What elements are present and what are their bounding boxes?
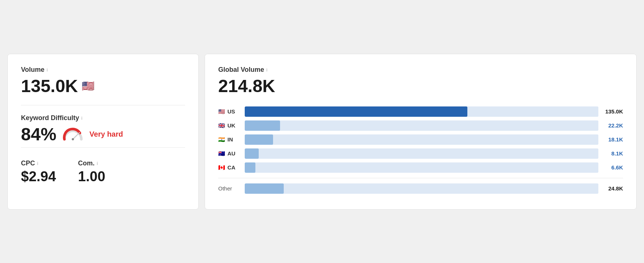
bar-fill-in [245, 134, 273, 145]
main-container: Volume i 135.0K 🇺🇸 Keyword Difficulty i … [7, 54, 637, 210]
gauge-icon [62, 127, 84, 141]
svg-point-1 [72, 138, 74, 140]
divider-1 [21, 105, 185, 105]
kd-value-row: 84% Very hard [21, 124, 185, 144]
flag-us: 🇺🇸 [218, 108, 225, 115]
bar-fill-ca [245, 162, 255, 173]
volume-value-row: 135.0K 🇺🇸 [21, 76, 185, 96]
flag-uk: 🇬🇧 [218, 122, 225, 129]
kd-descriptor: Very hard [89, 130, 123, 138]
country-label-au: 🇦🇺 AU [218, 150, 240, 157]
other-bar-fill [245, 183, 284, 194]
bar-track-us [245, 106, 598, 117]
volume-label: Volume [21, 66, 45, 74]
country-row-au: 🇦🇺 AU 8.1K [218, 148, 623, 159]
cpc-value: $2.94 [21, 169, 56, 185]
kd-info-icon[interactable]: i [81, 115, 82, 121]
bar-track-ca [245, 162, 598, 173]
bar-fill-au [245, 148, 259, 159]
com-label: Com. [78, 159, 95, 167]
global-total-value: 214.8K [218, 76, 623, 96]
code-us: US [227, 108, 235, 115]
bar-fill-us [245, 106, 467, 117]
country-label-uk: 🇬🇧 UK [218, 122, 240, 129]
com-value: 1.00 [78, 169, 105, 185]
code-in: IN [227, 136, 233, 143]
other-bar-track [245, 183, 598, 194]
bar-fill-uk [245, 120, 280, 131]
com-label-row: Com. i [78, 159, 105, 167]
other-divider [218, 178, 623, 178]
country-label-us: 🇺🇸 US [218, 108, 240, 115]
kd-label: Keyword Difficulty [21, 114, 79, 122]
com-info-icon[interactable]: i [97, 161, 98, 166]
left-card: Volume i 135.0K 🇺🇸 Keyword Difficulty i … [7, 54, 199, 210]
country-label-in: 🇮🇳 IN [218, 136, 240, 143]
cpc-label-row: CPC i [21, 159, 56, 167]
country-label-ca: 🇨🇦 CA [218, 164, 240, 171]
right-card: Global Volume i 214.8K 🇺🇸 US 135.0K 🇬🇧 U… [205, 54, 637, 210]
volume-label-row: Volume i [21, 66, 185, 74]
country-row-uk: 🇬🇧 UK 22.2K [218, 120, 623, 131]
other-label: Other [218, 185, 232, 192]
other-row: Other 24.8K [218, 183, 623, 194]
flag-ca: 🇨🇦 [218, 164, 225, 171]
cpc-block: CPC i $2.94 [21, 159, 56, 185]
global-title-row: Global Volume i [218, 66, 623, 74]
flag-au: 🇦🇺 [218, 150, 225, 157]
bar-track-uk [245, 120, 598, 131]
other-label-cell: Other [218, 185, 240, 192]
other-value: 24.8K [603, 185, 623, 192]
flag-in: 🇮🇳 [218, 136, 225, 143]
country-bar-rows: 🇺🇸 US 135.0K 🇬🇧 UK 22.2K 🇮🇳 IN [218, 106, 623, 173]
bar-value-in: 18.1K [603, 136, 623, 143]
bar-track-au [245, 148, 598, 159]
global-info-icon[interactable]: i [266, 67, 268, 73]
bar-track-in [245, 134, 598, 145]
cpc-info-icon[interactable]: i [37, 161, 38, 166]
bar-value-ca: 6.6K [603, 164, 623, 171]
divider-2 [21, 147, 185, 148]
volume-value: 135.0K [21, 76, 78, 96]
cpc-label: CPC [21, 159, 35, 167]
bar-value-au: 8.1K [603, 150, 623, 157]
bar-value-uk: 22.2K [603, 122, 623, 129]
volume-flag: 🇺🇸 [82, 80, 95, 92]
bottom-metrics-row: CPC i $2.94 Com. i 1.00 [21, 159, 185, 185]
code-ca: CA [227, 164, 236, 171]
country-row-ca: 🇨🇦 CA 6.6K [218, 162, 623, 173]
svg-line-0 [73, 133, 79, 139]
code-uk: UK [227, 122, 236, 129]
kd-value: 84% [21, 124, 56, 144]
kd-label-row: Keyword Difficulty i [21, 114, 185, 122]
country-row-us: 🇺🇸 US 135.0K [218, 106, 623, 117]
bar-value-us: 135.0K [603, 108, 623, 115]
com-block: Com. i 1.00 [78, 159, 105, 185]
global-title: Global Volume [218, 66, 264, 74]
country-row-in: 🇮🇳 IN 18.1K [218, 134, 623, 145]
code-au: AU [227, 150, 236, 157]
volume-info-icon[interactable]: i [47, 67, 48, 73]
